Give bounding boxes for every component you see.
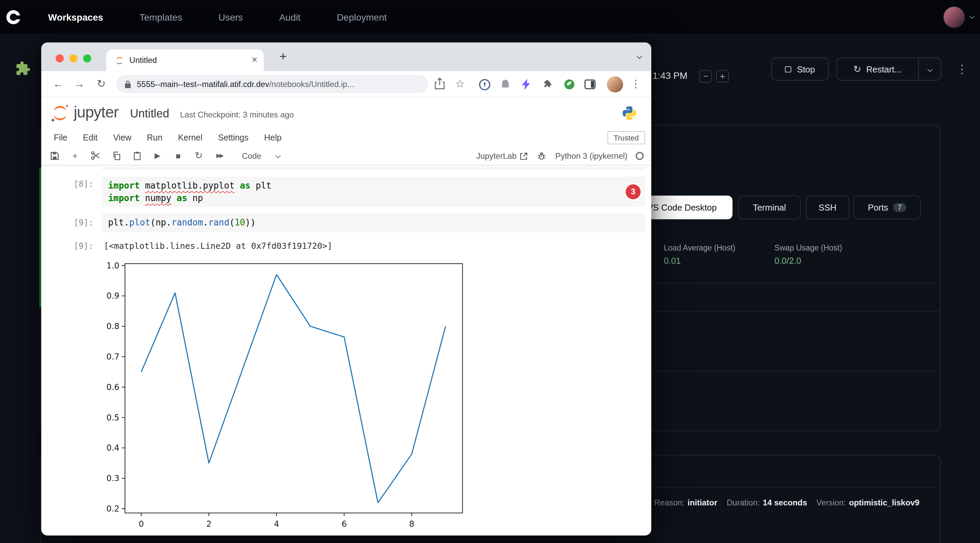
stat-label: Load Average (Host)	[664, 244, 735, 252]
input-prompt: [9]:	[74, 218, 94, 227]
jupyter-header: jupyter Untitled Last Checkpoint: 3 minu…	[41, 97, 651, 129]
window-fullscreen-button[interactable]	[83, 54, 91, 63]
trusted-button[interactable]: Trusted	[608, 131, 645, 144]
save-icon[interactable]	[49, 150, 60, 161]
window-close-button[interactable]	[56, 54, 64, 63]
open-jupyterlab-link[interactable]: JupyterLab	[476, 151, 528, 161]
menu-edit[interactable]: Edit	[83, 133, 97, 143]
kernel-status-icon	[636, 152, 644, 160]
menu-kernel[interactable]: Kernel	[178, 133, 202, 143]
meta-label: Version:	[816, 498, 846, 507]
add-cell-icon[interactable]: +	[69, 150, 81, 161]
password-extension-icon[interactable]	[479, 79, 491, 93]
restart-kernel-icon[interactable]: ↻	[193, 150, 204, 161]
jupyter-menubar: File Edit View Run Kernel Settings Help …	[41, 129, 651, 146]
stat-swap-usage: Swap Usage (Host) 0.0/2.0	[775, 244, 842, 266]
restart-label: Restart...	[866, 64, 902, 74]
nav-item-deployment[interactable]: Deployment	[337, 11, 387, 22]
workspace-menu-kebab[interactable]: ⋮	[954, 61, 969, 78]
svg-text:0: 0	[138, 519, 143, 529]
terminal-label: Terminal	[753, 202, 786, 213]
reload-button[interactable]: ↻	[93, 76, 110, 92]
restart-icon: ↻	[853, 63, 861, 75]
ports-label: Ports	[868, 202, 888, 213]
nav-item-audit[interactable]: Audit	[279, 11, 301, 22]
jupyter-toolbar: + ▶ ■ ↻ ▶▶ Code JupyterLab	[41, 146, 651, 165]
svg-text:1.0: 1.0	[106, 261, 119, 270]
debugger-bug-icon[interactable]	[536, 150, 547, 162]
clipped-cell-fragment	[102, 167, 645, 170]
puzzle-app-icon[interactable]	[14, 59, 32, 78]
stop-label: Stop	[797, 64, 815, 74]
address-bar[interactable]: 5555--main--test--matifali.atif.cdr.dev/…	[116, 75, 428, 93]
tab-search-chevron-icon[interactable]	[636, 54, 642, 59]
stat-load-average: Load Average (Host) 0.01	[664, 244, 735, 266]
tab-close-icon[interactable]: ×	[251, 49, 257, 71]
back-button[interactable]: ←	[50, 76, 66, 92]
vscode-desktop-label: VS Code Desktop	[647, 202, 716, 213]
build-meta-row: Reason: initiator Duration: 14 seconds V…	[654, 494, 920, 511]
svg-text:4: 4	[274, 519, 279, 529]
browser-tab[interactable]: Untitled ×	[106, 49, 264, 71]
user-avatar[interactable]	[944, 7, 964, 27]
ghost-extension-icon[interactable]	[500, 79, 511, 92]
url-text: 5555--main--test--matifali.atif.cdr.dev/…	[137, 79, 354, 89]
menu-view[interactable]: View	[113, 133, 131, 143]
clock-text: 1:43 PM	[652, 70, 687, 81]
svg-text:0.3: 0.3	[106, 473, 119, 483]
svg-text:0.7: 0.7	[106, 352, 119, 362]
toolbar-right: JupyterLab Python 3 (ipykernel)	[476, 146, 644, 165]
cut-cell-icon[interactable]	[90, 150, 101, 161]
browser-tab-strip: Untitled × +	[41, 43, 651, 71]
restart-workspace-button[interactable]: ↻ Restart...	[837, 57, 918, 81]
chevron-down-icon	[969, 14, 975, 19]
paste-cell-icon[interactable]	[131, 150, 143, 161]
browser-profile-avatar[interactable]	[607, 76, 623, 92]
restart-run-all-icon[interactable]: ▶▶	[214, 150, 225, 161]
checkpoint-text: Last Checkpoint: 3 minutes ago	[180, 110, 294, 119]
lock-icon	[124, 79, 131, 88]
stop-workspace-button[interactable]: Stop	[772, 57, 829, 81]
bolt-extension-icon[interactable]	[522, 79, 531, 93]
cell-type-select[interactable]: Code	[242, 151, 280, 160]
svg-text:0.5: 0.5	[106, 413, 119, 422]
run-cell-icon[interactable]: ▶	[152, 150, 163, 161]
browser-menu-kebab[interactable]: ⋮	[627, 76, 644, 92]
svg-text:0.2: 0.2	[106, 504, 119, 514]
code-cell-imports[interactable]: import matplotlib.pyplot as pltimport nu…	[102, 177, 645, 207]
forward-button[interactable]: →	[71, 76, 88, 92]
restart-options-button[interactable]	[918, 57, 941, 81]
terminal-button[interactable]: Terminal	[738, 196, 801, 219]
copy-cell-icon[interactable]	[111, 150, 122, 161]
side-panel-icon[interactable]	[584, 79, 596, 92]
window-minimize-button[interactable]	[69, 54, 78, 63]
code-cell-plot[interactable]: plt.plot(np.random.rand(10))	[102, 214, 645, 232]
zoom-out-button[interactable]: −	[699, 70, 712, 83]
zoom-in-button[interactable]: +	[716, 70, 729, 83]
ports-button[interactable]: Ports 7	[853, 196, 920, 219]
menu-run[interactable]: Run	[147, 133, 162, 143]
user-menu[interactable]	[944, 0, 974, 35]
ssh-label: SSH	[818, 202, 837, 213]
new-tab-button[interactable]: +	[275, 49, 291, 65]
jupyter-wordmark: jupyter	[74, 103, 119, 122]
extensions-puzzle-icon[interactable]	[542, 79, 554, 93]
coder-logo[interactable]	[5, 8, 22, 25]
menu-file[interactable]: File	[54, 133, 67, 143]
menu-help[interactable]: Help	[264, 133, 282, 143]
leaf-extension-icon[interactable]	[564, 79, 575, 93]
nav-item-users[interactable]: Users	[218, 11, 243, 22]
output-repr-text: [<matplotlib.lines.Line2D at 0x7fd03f191…	[103, 241, 332, 251]
share-icon[interactable]	[434, 78, 445, 92]
kernel-name[interactable]: Python 3 (ipykernel)	[555, 151, 627, 161]
notebook-title[interactable]: Untitled	[130, 107, 169, 121]
nav-item-templates[interactable]: Templates	[140, 11, 182, 22]
nav-item-workspaces[interactable]: Workspaces	[48, 11, 103, 22]
input-prompt: [8]:	[74, 179, 94, 189]
browser-toolbar: ← → ↻ 5555--main--test--matifali.atif.cd…	[41, 71, 651, 97]
bookmark-star-icon[interactable]: ☆	[452, 76, 468, 92]
menu-settings[interactable]: Settings	[218, 133, 248, 143]
interrupt-kernel-icon[interactable]: ■	[172, 150, 183, 161]
output-prompt: [9]:	[74, 241, 94, 251]
ssh-button[interactable]: SSH	[806, 196, 849, 219]
